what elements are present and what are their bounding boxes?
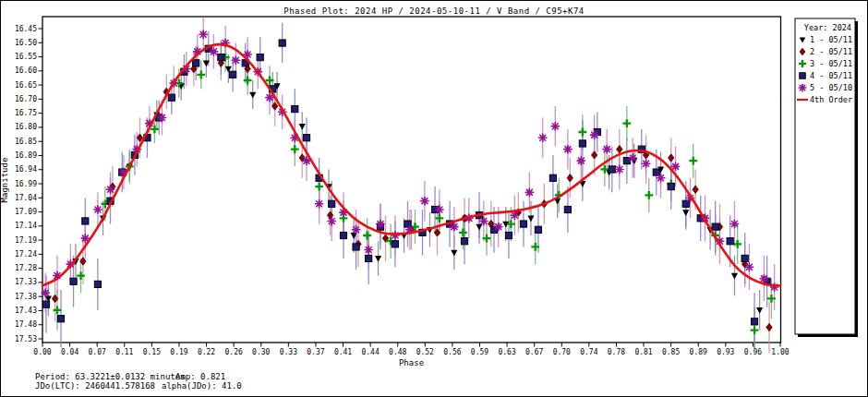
- data-point-marker[interactable]: [564, 145, 572, 152]
- data-point-marker[interactable]: [106, 186, 114, 193]
- data-point-marker[interactable]: [57, 316, 64, 322]
- data-point-marker[interactable]: [315, 183, 323, 191]
- data-point-marker[interactable]: [77, 271, 85, 280]
- data-point-marker[interactable]: [495, 223, 502, 230]
- data-point-marker[interactable]: [459, 228, 467, 236]
- data-point-marker[interactable]: [671, 162, 679, 170]
- data-point-marker[interactable]: [193, 60, 199, 66]
- data-point-marker[interactable]: [668, 184, 674, 190]
- data-point-marker[interactable]: [578, 128, 586, 137]
- data-point-marker[interactable]: [551, 123, 559, 130]
- data-point-marker[interactable]: [629, 154, 636, 162]
- data-point-marker[interactable]: [279, 40, 285, 46]
- data-point-marker[interactable]: [328, 217, 335, 224]
- data-point-marker[interactable]: [693, 186, 698, 193]
- data-point-marker[interactable]: [682, 210, 689, 216]
- data-point-marker[interactable]: [730, 220, 738, 227]
- y-tick-label: 17.04: [15, 194, 37, 202]
- data-point-marker[interactable]: [731, 273, 738, 280]
- data-point-marker[interactable]: [303, 135, 309, 141]
- data-point-marker[interactable]: [82, 218, 89, 224]
- data-point-marker[interactable]: [657, 174, 664, 182]
- data-point-marker[interactable]: [689, 157, 697, 165]
- data-point-marker[interactable]: [375, 256, 381, 262]
- data-point-marker[interactable]: [751, 326, 759, 334]
- data-point-marker[interactable]: [353, 244, 359, 250]
- data-point-marker[interactable]: [299, 124, 306, 130]
- data-point-marker[interactable]: [436, 206, 443, 213]
- data-point-marker[interactable]: [539, 134, 547, 141]
- data-point-marker[interactable]: [249, 92, 256, 99]
- data-point-marker[interactable]: [682, 200, 689, 207]
- data-point-marker[interactable]: [567, 174, 573, 182]
- data-point-marker[interactable]: [564, 206, 571, 212]
- data-point-marker[interactable]: [507, 220, 515, 228]
- data-point-marker[interactable]: [800, 73, 805, 78]
- data-point-marker[interactable]: [616, 165, 623, 173]
- data-point-marker[interactable]: [292, 106, 298, 113]
- data-point-marker[interactable]: [480, 217, 488, 224]
- data-point-marker[interactable]: [799, 84, 806, 91]
- data-point-marker[interactable]: [291, 145, 299, 153]
- data-point-marker[interactable]: [197, 70, 205, 78]
- data-point-marker[interactable]: [94, 281, 101, 287]
- data-point-marker[interactable]: [232, 56, 239, 64]
- data-point-marker[interactable]: [329, 200, 335, 207]
- data-point-marker[interactable]: [42, 301, 49, 307]
- data-point-marker[interactable]: [230, 71, 236, 78]
- lightcurve-plot-canvas[interactable]: 16.4516.5016.5516.6016.6516.7016.7516.80…: [0, 0, 868, 397]
- data-point-marker[interactable]: [476, 224, 482, 231]
- data-point-marker[interactable]: [617, 145, 622, 152]
- data-point-marker[interactable]: [451, 250, 457, 257]
- data-point-marker[interactable]: [363, 232, 371, 240]
- data-point-marker[interactable]: [340, 232, 346, 238]
- data-point-marker[interactable]: [766, 323, 772, 331]
- data-point-marker[interactable]: [622, 119, 631, 127]
- data-point-marker[interactable]: [257, 54, 263, 61]
- data-point-marker[interactable]: [590, 131, 597, 138]
- data-point-marker[interactable]: [218, 54, 224, 61]
- data-point-marker[interactable]: [505, 232, 512, 238]
- data-point-marker[interactable]: [591, 151, 597, 159]
- data-point-marker[interactable]: [365, 246, 372, 253]
- data-point-marker[interactable]: [527, 215, 534, 222]
- data-point-marker[interactable]: [244, 77, 252, 85]
- data-point-marker[interactable]: [760, 274, 767, 282]
- data-point-marker[interactable]: [653, 169, 659, 175]
- data-point-marker[interactable]: [210, 48, 217, 55]
- data-point-marker[interactable]: [609, 166, 615, 173]
- data-point-marker[interactable]: [158, 114, 165, 121]
- data-point-marker[interactable]: [168, 94, 175, 101]
- data-point-marker[interactable]: [392, 241, 398, 247]
- data-point-marker[interactable]: [645, 191, 653, 199]
- data-point-marker[interactable]: [741, 255, 748, 261]
- data-point-marker[interactable]: [751, 319, 757, 325]
- data-point-marker[interactable]: [94, 206, 102, 213]
- data-point-marker[interactable]: [712, 223, 718, 230]
- data-point-marker[interactable]: [520, 221, 526, 227]
- data-point-marker[interactable]: [727, 238, 733, 245]
- data-point-marker[interactable]: [579, 140, 585, 147]
- data-point-marker[interactable]: [352, 226, 359, 234]
- data-point-marker[interactable]: [70, 278, 77, 284]
- data-point-marker[interactable]: [315, 200, 322, 208]
- data-point-marker[interactable]: [461, 238, 467, 245]
- data-point-marker[interactable]: [377, 220, 384, 227]
- data-point-marker[interactable]: [525, 188, 533, 196]
- data-point-marker[interactable]: [577, 157, 585, 164]
- data-point-marker[interactable]: [603, 145, 610, 152]
- data-point-marker[interactable]: [366, 255, 372, 261]
- data-point-marker[interactable]: [435, 214, 443, 223]
- data-point-marker[interactable]: [54, 306, 62, 314]
- data-point-marker[interactable]: [535, 226, 541, 233]
- data-point-marker[interactable]: [745, 263, 753, 271]
- data-point-marker[interactable]: [451, 223, 458, 230]
- data-point-marker[interactable]: [642, 160, 649, 167]
- data-point-marker[interactable]: [511, 211, 518, 219]
- data-point-marker[interactable]: [669, 154, 674, 162]
- data-point-marker[interactable]: [756, 307, 763, 314]
- data-point-marker[interactable]: [421, 197, 428, 204]
- data-point-marker[interactable]: [199, 30, 207, 38]
- data-point-marker[interactable]: [549, 174, 556, 181]
- data-point-marker[interactable]: [42, 289, 49, 296]
